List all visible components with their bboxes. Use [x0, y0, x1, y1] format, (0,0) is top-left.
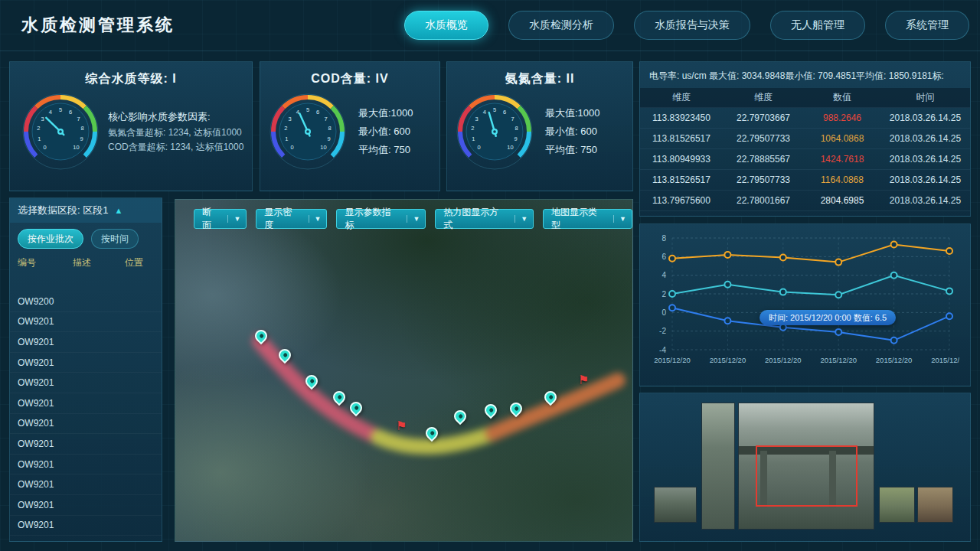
panel-conductivity: 电导率: us/cm 最大值: 3034.9848最小值: 709.4851平均…	[639, 61, 971, 217]
photo-thumbnail[interactable]	[701, 403, 735, 530]
list-item[interactable]: OW9201	[10, 353, 162, 373]
svg-text:2: 2	[662, 290, 666, 298]
svg-text:5: 5	[306, 106, 309, 113]
row-id: OW9201	[18, 337, 73, 347]
svg-text:1: 1	[38, 135, 41, 142]
svg-text:0: 0	[477, 144, 480, 151]
svg-text:7: 7	[511, 116, 514, 122]
svg-text:2: 2	[284, 125, 287, 132]
nav-tab-vessel[interactable]: 无人船管理	[770, 11, 865, 40]
overall-grade-gauge: 012345678910	[21, 92, 100, 171]
photo-thumbnail[interactable]	[917, 487, 953, 523]
panel-title: 氨氮含量: II	[447, 62, 632, 87]
dropdown-label: 热力图显示方式	[436, 206, 514, 232]
tab-by-time[interactable]: 按时间	[91, 229, 139, 249]
caret-up-icon[interactable]: ▲	[114, 206, 122, 215]
stat-max: 最大值:1000	[545, 104, 600, 122]
line-chart: 86420-2-42015/12/202015/12/202015/12/202…	[646, 232, 959, 376]
section-selector[interactable]: 选择数据区段: 区段1 ▲	[10, 198, 162, 223]
list-item[interactable]: OW9201	[10, 474, 162, 495]
map-toolbar: 断面 ▼ 显示密度 ▼ 显示参数指标 ▼ 热力图显示方式 ▼ 地图显示类型 ▼	[194, 209, 632, 229]
cell-lon: 113.79675600	[640, 195, 723, 206]
cell-lon: 113.83923450	[640, 112, 723, 123]
flag-marker-icon[interactable]: ⚑	[396, 419, 407, 433]
chart-area: 86420-2-42015/12/202015/12/202015/12/202…	[646, 232, 964, 378]
nav-tab-analysis[interactable]: 水质检测分析	[508, 11, 614, 40]
cell-value: 2804.6985	[804, 195, 880, 206]
svg-text:9: 9	[514, 135, 518, 142]
chevron-down-icon: ▼	[227, 215, 246, 223]
svg-text:2: 2	[37, 125, 40, 132]
svg-text:5: 5	[493, 106, 496, 113]
dropdown-section[interactable]: 断面 ▼	[194, 209, 247, 229]
row-id: OW9201	[18, 520, 73, 530]
flag-marker-icon[interactable]: ⚑	[578, 373, 589, 387]
dropdown-map-type[interactable]: 地图显示类型 ▼	[543, 209, 632, 229]
cell-lon: 113.81526517	[640, 133, 723, 144]
list-item[interactable]: OW9201	[10, 312, 162, 333]
cell-lat: 22.78885567	[723, 154, 804, 165]
svg-text:6: 6	[316, 109, 319, 116]
svg-text:10: 10	[507, 144, 513, 151]
col-header-desc: 描述	[73, 256, 125, 269]
list-item[interactable]: OW9200	[10, 292, 162, 312]
list-item[interactable]: OW9201	[10, 414, 162, 435]
cell-value: 1164.0868	[804, 174, 880, 185]
list-item[interactable]: OW9201	[10, 393, 162, 414]
cell-lat: 22.78001667	[723, 195, 804, 206]
list-item[interactable]: OW9201	[10, 455, 162, 475]
nav-tab-report[interactable]: 水质报告与决策	[634, 11, 750, 40]
svg-text:10: 10	[320, 144, 326, 151]
list-item[interactable]: OW9201	[10, 332, 162, 353]
list-item[interactable]: OW9201	[10, 495, 162, 516]
chevron-down-icon: ▼	[514, 215, 533, 223]
chevron-down-icon: ▼	[309, 215, 327, 223]
svg-text:2015/12/20: 2015/12/20	[654, 356, 691, 364]
list-item[interactable]: OW9201	[10, 516, 162, 536]
section-list: OW9200 OW9201 OW9201 OW9201 OW9201 OW920…	[10, 292, 162, 538]
nav-tab-system[interactable]: 系统管理	[885, 11, 969, 40]
dropdown-density[interactable]: 显示密度 ▼	[256, 209, 327, 229]
cod-gauge: 012345678910	[268, 92, 348, 171]
tab-by-batch[interactable]: 按作业批次	[18, 229, 83, 249]
svg-text:3: 3	[288, 116, 291, 122]
dropdown-label: 断面	[194, 206, 227, 232]
row-id: OW9201	[18, 439, 73, 449]
dropdown-heatmap-mode[interactable]: 热力图显示方式 ▼	[435, 209, 534, 229]
app-title: 水质检测管理系统	[21, 14, 175, 37]
col-header-time: 时间	[880, 91, 970, 104]
dropdown-label: 地图显示类型	[544, 206, 613, 232]
table-row: 113.83923450 22.79703667 988.2646 2018.0…	[640, 108, 970, 129]
col-header-value: 数值	[804, 91, 880, 104]
stat-avg: 平均值: 750	[545, 141, 600, 159]
row-id: OW9201	[18, 479, 73, 490]
svg-text:2015/12/20: 2015/12/20	[876, 356, 913, 364]
photo-thumbnail[interactable]	[654, 487, 697, 523]
dropdown-parameter[interactable]: 显示参数指标 ▼	[336, 209, 426, 229]
cell-time: 2018.03.26.14.25	[880, 174, 970, 185]
cell-lon: 113.80949933	[640, 154, 723, 165]
col-header-id: 编号	[18, 256, 73, 269]
factor-line: 氨氮含量超标: 1234, 达标值1000	[108, 126, 243, 140]
photo-thumbnail[interactable]	[879, 487, 915, 523]
conductivity-summary: 电导率: us/cm 最大值: 3034.9848最小值: 709.4851平均…	[640, 62, 970, 88]
col-header-pos: 位置	[125, 256, 160, 269]
nav-tab-overview[interactable]: 水质概览	[404, 11, 488, 40]
dropdown-label: 显示参数指标	[337, 206, 407, 232]
svg-text:8: 8	[515, 125, 518, 132]
list-item[interactable]: OW9201	[10, 434, 162, 455]
row-id: OW9201	[18, 357, 73, 368]
satellite-map[interactable]: 断面 ▼ 显示密度 ▼ 显示参数指标 ▼ 热力图显示方式 ▼ 地图显示类型 ▼ …	[175, 199, 633, 542]
row-id: OW9201	[18, 377, 73, 388]
svg-text:10: 10	[73, 144, 79, 151]
svg-text:2015/12/20: 2015/12/20	[820, 356, 857, 364]
cell-value: 988.2646	[804, 112, 880, 123]
factor-heading: 核心影响水质参数因素:	[108, 109, 243, 124]
svg-text:6: 6	[503, 109, 506, 116]
svg-text:7: 7	[324, 116, 327, 122]
svg-text:2: 2	[471, 125, 474, 132]
photo-main[interactable]	[738, 403, 874, 530]
list-item[interactable]: OW9201	[10, 373, 162, 393]
svg-text:8: 8	[328, 125, 332, 132]
panel-title: 综合水质等级: I	[10, 62, 252, 87]
